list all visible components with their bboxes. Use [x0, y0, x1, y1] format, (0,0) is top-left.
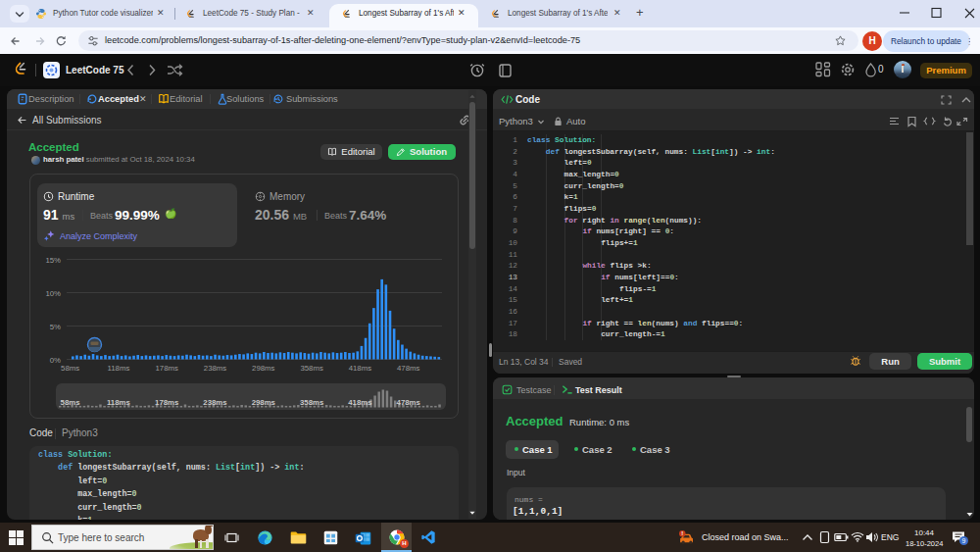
- svg-text:15%: 15%: [45, 256, 61, 265]
- svg-text:0%: 0%: [50, 356, 61, 365]
- svg-text:478ms: 478ms: [397, 364, 420, 373]
- svg-text:418ms: 418ms: [349, 364, 372, 373]
- svg-text:358ms: 358ms: [300, 398, 324, 407]
- svg-text:418ms: 418ms: [348, 398, 372, 407]
- svg-text:238ms: 238ms: [203, 398, 227, 407]
- svg-text:118ms: 118ms: [107, 364, 129, 373]
- svg-text:10%: 10%: [45, 289, 61, 298]
- svg-text:!: !: [681, 530, 683, 536]
- svg-text:298ms: 298ms: [252, 364, 275, 373]
- svg-text:58ms: 58ms: [61, 364, 79, 373]
- svg-text:478ms: 478ms: [397, 398, 421, 407]
- svg-text:58ms: 58ms: [61, 398, 81, 407]
- svg-text:298ms: 298ms: [252, 398, 276, 407]
- svg-text:178ms: 178ms: [155, 364, 178, 373]
- svg-text:238ms: 238ms: [204, 364, 227, 373]
- svg-text:118ms: 118ms: [107, 398, 131, 407]
- svg-text:178ms: 178ms: [155, 398, 179, 407]
- svg-text:5%: 5%: [50, 323, 61, 331]
- svg-text:358ms: 358ms: [300, 364, 323, 373]
